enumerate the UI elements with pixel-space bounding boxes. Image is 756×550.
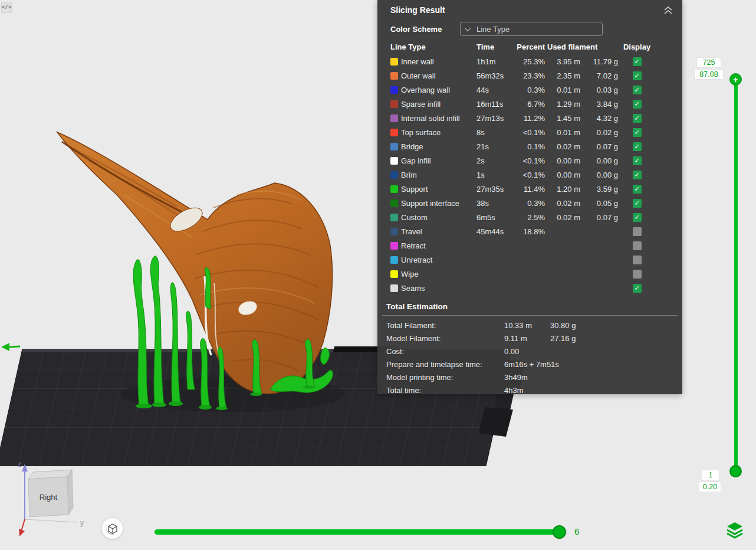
line-type-time: 45m44s [476,227,512,236]
estimation-value-2: 30.80 g [550,321,682,330]
y-axis [25,519,77,522]
line-type-swatch [390,86,398,94]
collapse-panel-button[interactable] [662,5,674,15]
estimation-row: Model printing time: 3h49m [377,371,682,384]
display-checkbox[interactable] [633,71,642,80]
display-checkbox[interactable] [633,86,642,94]
total-estimation-title: Total Estimation [377,295,682,315]
line-type-percent: <0.1% [514,156,545,165]
line-type-time: 38s [476,199,512,208]
display-checkbox[interactable] [633,114,642,123]
display-checkbox[interactable] [633,100,642,109]
line-type-percent: 0.3% [514,86,545,94]
layer-slider-track[interactable] [734,79,738,471]
estimation-label: Model printing time: [386,373,504,382]
line-type-percent: 23.3% [514,71,545,80]
line-type-label: Internal solid infill [401,114,474,123]
table-row: Gap infill 2s <0.1% 0.00 m 0.00 g [377,153,682,168]
estimation-value: 10.33 m [504,321,550,330]
table-row: Support 27m35s 11.4% 1.20 m 3.59 g [377,182,682,196]
line-type-length: 1.20 m [547,185,580,194]
line-type-time: 16m11s [476,100,512,109]
display-checkbox[interactable] [633,57,642,66]
line-type-swatch [390,114,398,122]
line-type-label: Top surface [401,128,474,137]
display-checkbox[interactable] [633,171,642,179]
display-checkbox[interactable] [633,284,642,293]
chevron-down-icon [465,25,471,31]
display-checkbox[interactable] [633,213,642,222]
column-used-filament: Used filament [547,42,618,51]
view-orbit-button[interactable] [101,518,123,539]
display-checkbox[interactable] [633,199,642,208]
color-scheme-label: Color Scheme [390,25,447,34]
estimation-label: Total Filament: [386,321,504,330]
line-type-time: 27m13s [476,114,512,123]
line-type-swatch [390,284,398,292]
line-type-label: Support interface [401,199,474,208]
panel-title-row: Slicing Result [377,0,682,20]
slicing-result-panel: Slicing Result Color Scheme Line Type Li… [377,0,682,394]
line-type-length: 0.01 m [547,128,580,137]
table-row: Brim 1s <0.1% 0.00 m 0.00 g [377,168,682,182]
step-slider-handle[interactable] [553,525,566,539]
layer-top-height: 87.08 [694,69,724,80]
panel-title: Slicing Result [390,5,662,15]
line-type-length: 0.02 m [547,199,580,208]
display-checkbox[interactable] [633,156,642,165]
table-row: Support interface 38s 0.3% 0.02 m 0.05 g [377,196,682,210]
line-type-length: 0.00 m [547,171,580,179]
app-window: </> Slicing Result Color Scheme Line Typ… [0,0,756,550]
line-type-length: 0.00 m [547,156,580,165]
line-type-swatch [390,129,398,136]
line-type-label: Support [401,185,474,194]
line-type-table: Inner wall 1h1m 25.3% 3.95 m 11.79 g Out… [377,54,682,295]
table-row: Custom 6m5s 2.5% 0.02 m 0.07 g [377,210,682,224]
layer-slider-handle[interactable] [729,465,742,477]
layer-slider-plus-button[interactable]: + [729,73,742,86]
line-type-label: Bridge [401,142,474,151]
display-checkbox[interactable] [633,185,642,194]
z-axis-label: z [18,460,21,469]
display-checkbox[interactable] [633,270,642,279]
layers-icon[interactable] [725,520,744,539]
estimation-row: Total time: 4h3m [377,384,682,397]
table-row: Bridge 21s 0.1% 0.02 m 0.07 g [377,139,682,153]
table-header: Line Type Time Percent Used filament Dis… [377,39,682,54]
table-row: Inner wall 1h1m 25.3% 3.95 m 11.79 g [377,54,682,68]
line-type-swatch [390,256,398,264]
line-type-weight: 4.32 g [583,114,618,123]
layer-bottom-value: 1 [702,470,719,480]
line-type-percent: 11.4% [514,185,545,194]
line-type-percent: <0.1% [514,128,545,137]
line-type-label: Overhang wall [401,86,474,94]
line-type-swatch [390,58,398,66]
display-checkbox[interactable] [633,227,642,236]
line-type-swatch [390,214,398,221]
display-checkbox[interactable] [633,241,642,250]
code-icon[interactable]: </> [1,2,12,13]
line-type-swatch [390,72,398,80]
estimation-value: 9.11 m [504,334,550,343]
table-row: Retract [377,238,682,253]
estimation-row: Model Filament: 9.11 m 27.16 g [377,332,682,345]
line-type-weight: 3.59 g [583,185,618,194]
line-type-label: Gap infill [401,156,474,165]
display-checkbox[interactable] [633,128,642,137]
line-type-time: 21s [476,142,512,151]
estimation-row: Cost: 0.00 [377,345,682,358]
display-checkbox[interactable] [633,142,642,151]
line-type-weight: 0.05 g [583,199,618,208]
line-type-label: Retract [401,241,474,250]
table-row: Wipe [377,267,682,281]
color-scheme-dropdown[interactable]: Line Type [460,22,603,36]
x-axis [21,519,25,531]
display-checkbox[interactable] [633,256,642,264]
estimation-row: Prepare and timelapse time: 6m16s + 7m51… [377,358,682,371]
table-row: Unretract [377,253,682,267]
line-type-length: 0.02 m [547,142,580,151]
layer-top-value: 725 [696,57,721,68]
line-type-label: Inner wall [401,57,474,66]
view-cube[interactable]: z y Right [8,456,103,544]
line-type-length: 3.95 m [547,57,580,66]
